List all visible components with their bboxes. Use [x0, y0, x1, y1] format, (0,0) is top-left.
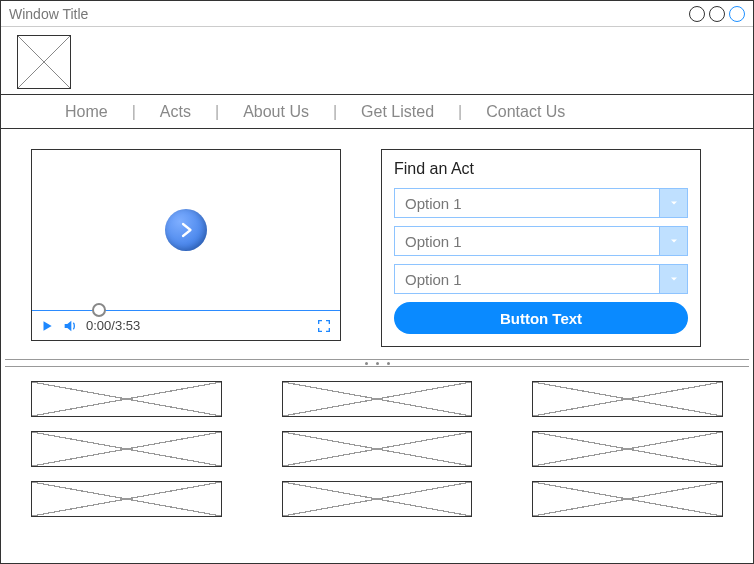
window-title: Window Title [9, 6, 88, 22]
find-select-1[interactable]: Option 1 [394, 188, 688, 218]
find-submit-button[interactable]: Button Text [394, 302, 688, 334]
nav-about-us[interactable]: About Us [219, 103, 333, 121]
card-placeholder[interactable] [532, 431, 723, 467]
video-canvas[interactable] [32, 150, 340, 310]
content-row: 0:00/3:53 Find an Act Option 1 Option 1 [1, 129, 753, 359]
card-placeholder[interactable] [532, 481, 723, 517]
find-an-act-panel: Find an Act Option 1 Option 1 Option 1 [381, 149, 701, 347]
progress-scrubber[interactable] [92, 303, 106, 317]
chevron-down-icon [659, 265, 687, 293]
cards-grid [1, 367, 753, 527]
find-select-3-value: Option 1 [405, 271, 462, 288]
main-nav: Home | Acts | About Us | Get Listed | Co… [1, 95, 753, 129]
logo-placeholder [17, 35, 71, 89]
chevron-right-icon [177, 221, 195, 239]
card-placeholder[interactable] [31, 431, 222, 467]
app-window: Window Title Home | Acts | About Us | Ge… [0, 0, 754, 564]
titlebar: Window Title [1, 1, 753, 27]
fullscreen-icon[interactable] [316, 318, 332, 334]
nav-contact-us[interactable]: Contact Us [462, 103, 589, 121]
window-controls [689, 6, 745, 22]
find-select-3[interactable]: Option 1 [394, 264, 688, 294]
card-placeholder[interactable] [282, 431, 473, 467]
volume-icon[interactable] [62, 318, 78, 334]
nav-home[interactable]: Home [41, 103, 132, 121]
video-player: 0:00/3:53 [31, 149, 341, 341]
find-title: Find an Act [394, 160, 688, 178]
window-control-1[interactable] [689, 6, 705, 22]
chevron-down-icon [659, 227, 687, 255]
progress-bar[interactable] [32, 310, 340, 312]
video-time: 0:00/3:53 [86, 318, 140, 333]
header [1, 27, 753, 95]
find-select-2[interactable]: Option 1 [394, 226, 688, 256]
play-button-big[interactable] [165, 209, 207, 251]
splitter-handle[interactable] [5, 359, 749, 367]
card-placeholder[interactable] [31, 381, 222, 417]
nav-acts[interactable]: Acts [136, 103, 215, 121]
card-placeholder[interactable] [532, 381, 723, 417]
window-control-3[interactable] [729, 6, 745, 22]
card-placeholder[interactable] [31, 481, 222, 517]
play-icon[interactable] [40, 319, 54, 333]
chevron-down-icon [659, 189, 687, 217]
find-select-1-value: Option 1 [405, 195, 462, 212]
nav-get-listed[interactable]: Get Listed [337, 103, 458, 121]
find-select-2-value: Option 1 [405, 233, 462, 250]
card-placeholder[interactable] [282, 381, 473, 417]
video-controls: 0:00/3:53 [32, 310, 340, 340]
card-placeholder[interactable] [282, 481, 473, 517]
window-control-2[interactable] [709, 6, 725, 22]
